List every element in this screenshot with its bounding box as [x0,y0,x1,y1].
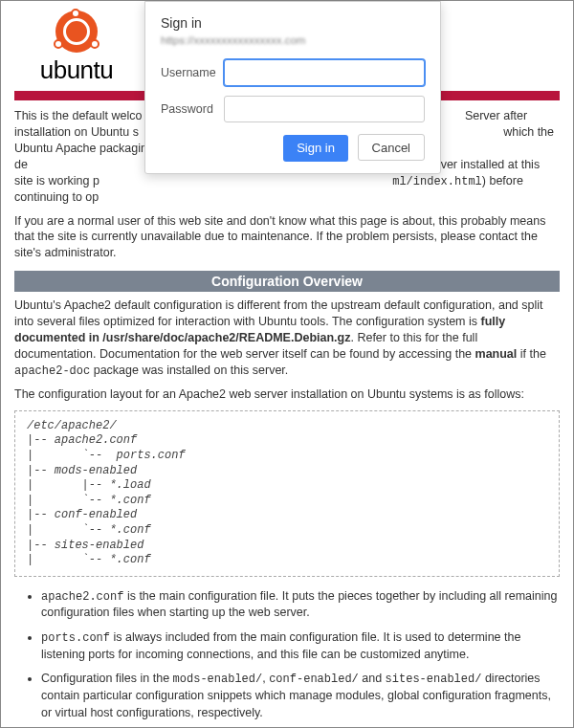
password-label: Password [161,102,224,116]
config-paragraph-1: Ubuntu's Apache2 default configuration i… [14,298,560,379]
page-root: ubuntu e This is the default welcoxxxxxx… [0,0,574,728]
list-item: apache2.conf is the main configuration f… [41,588,560,622]
list-item: Configuration files in the mods-enabled/… [41,671,560,721]
username-label: Username [161,66,224,79]
config-bullet-list: apache2.conf is the main configuration f… [41,588,560,728]
signin-button[interactable]: Sign in [283,135,348,162]
signin-dialog: Sign in https://xxxxxxxxxxxxxxxx.com Use… [144,1,441,174]
ubuntu-logo-block: ubuntu [14,11,139,85]
username-input[interactable] [224,59,425,86]
section-title-config: Configuration Overview [14,271,560,292]
ubuntu-logo-icon [55,11,98,53]
config-tree: /etc/apache2/ |-- apache2.conf | `-- por… [14,410,560,577]
config-paragraph-2: The configuration layout for an Apache2 … [14,386,560,403]
cancel-button[interactable]: Cancel [358,134,425,161]
list-item: ports.conf is always included from the m… [41,629,560,663]
password-input[interactable] [224,96,425,122]
dialog-host: https://xxxxxxxxxxxxxxxx.com [161,34,425,46]
intro-paragraph-2: If you are a normal user of this web sit… [14,213,560,262]
ubuntu-wordmark: ubuntu [14,55,139,85]
dialog-title: Sign in [161,15,425,31]
